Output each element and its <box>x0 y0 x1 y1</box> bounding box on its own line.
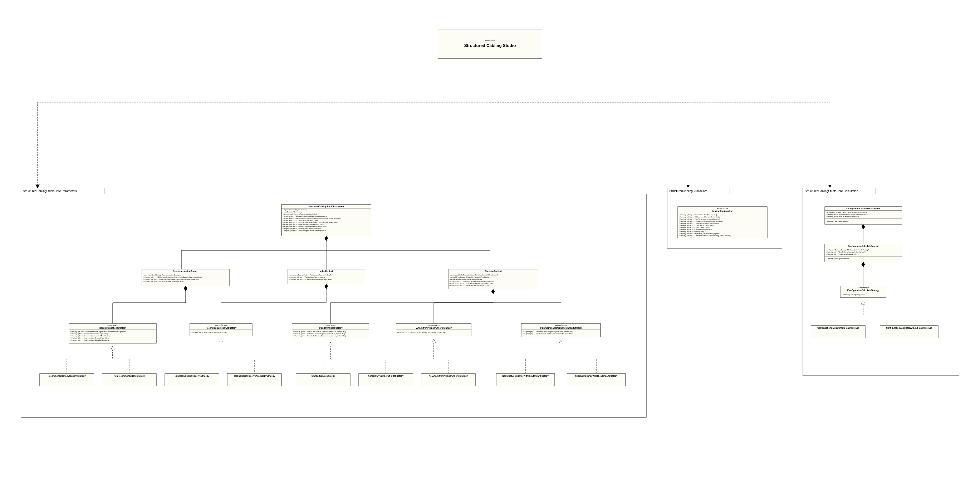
svg-text:CablingConfiguration: CablingConfiguration <box>712 210 733 212</box>
svg-text:<<Property, get;>> + MaxPerman: <<Property, get;>> + MaxPermanentLinkDia… <box>522 333 573 335</box>
uml-diagram: <<Application>> Structured Cabling Studi… <box>0 0 980 480</box>
svg-text:TechnologicalReserveAvailabili: TechnologicalReserveAvailabilityStrategy <box>234 375 275 377</box>
svg-marker-128 <box>862 224 865 230</box>
svg-text:<<Property, get; set;>> + IsAn: <<Property, get; set;>> + IsAnArbitraryN… <box>449 285 489 286</box>
leaf-l4: TechnologicalReserveAvailabilityStrategy <box>227 373 282 386</box>
svg-text:<<Interface>>: <<Interface>> <box>325 324 336 326</box>
svg-text:- recommendationContext: Recom: - recommendationContext: RecommendationC… <box>283 213 317 215</box>
svg-text:<<Property, get; init;>> + Max: <<Property, get; init;>> + MaxPermanentL… <box>679 218 720 220</box>
svg-marker-49 <box>492 289 495 294</box>
svg-text:- configurationCalculateStrate: - configurationCalculateStrategy: IConfi… <box>826 249 869 251</box>
svg-marker-101 <box>219 339 223 343</box>
svg-text:<<Interface>>: <<Interface>> <box>858 287 869 289</box>
svg-marker-104 <box>559 340 563 344</box>
leaf-c1: ConfigurationCalculateWithHankMeterage <box>811 325 865 338</box>
svg-text:<<Property, get; set;>> + IsCa: <<Property, get; set;>> + IsCableHankMet… <box>826 214 869 215</box>
svg-text:<<Property, get; set;>> + IsTe: <<Property, get; set;>> + IsTechnologica… <box>283 230 326 232</box>
svg-text:<<Property, get; set;>> + IsRe: <<Property, get; set;>> + IsRecommendati… <box>283 224 324 225</box>
svg-text:- valueContext: ValueContext;: - valueContext: ValueContext; <box>283 211 302 213</box>
svg-text:<<Interface>>: <<Interface>> <box>107 324 118 326</box>
svg-text:<<Property, get; set;>> + Tech: <<Property, get; set;>> + TechnologicalR… <box>191 332 227 333</box>
svg-text:StandartValuesStrategy: StandartValuesStrategy <box>312 375 335 377</box>
class-value-context: ValueContext - technologicalReserveStrat… <box>288 269 365 284</box>
app-title: Structured Cabling Studio <box>464 43 516 48</box>
interface-istandartvalues: <<Interface>> IStandartValuesStrategy <<… <box>292 324 369 339</box>
svg-text:<<Property, get;>> + CableSele: <<Property, get;>> + CableSelectionRecom… <box>143 276 202 278</box>
svg-text:<<Property, get;>> + Recommend: <<Property, get;>> + RecommendationIsola… <box>70 335 110 337</box>
svg-text:<<Property, get; init;>> + Rec: <<Property, get; init;>> + RecordTime: D… <box>679 214 717 216</box>
svg-text:RecommendationsAvailabilityStr: RecommendationsAvailabilityStrategy <box>48 375 86 377</box>
svg-text:- diapasonContext: DiapasonCon: - diapasonContext: DiapasonContext; <box>283 209 307 211</box>
pkg-core-label: StructuredCablingStudioCore <box>669 189 707 193</box>
interface-icalc: <<Interface>> IConfigurationCalculateStr… <box>840 286 886 297</box>
svg-marker-4 <box>828 185 832 188</box>
svg-text:<<Property, get;>> + Recommend: <<Property, get;>> + RecommendationShiel… <box>70 337 109 339</box>
class-diapason-context: DiapasonContext - complianceWithTheStand… <box>448 269 538 289</box>
svg-text:<<Property, set;>> + IsCableHa: <<Property, set;>> + IsCableHankMeterage… <box>826 251 865 253</box>
svg-text:AnArbitraryNumberOfPortsStrate: AnArbitraryNumberOfPortsStrategy <box>368 375 404 377</box>
leaf-l3: NonTechnologicalReserveStrategy <box>165 373 219 386</box>
svg-text:IAnArbitraryNumberOfPortsStrat: IAnArbitraryNumberOfPortsStrategy <box>416 327 452 329</box>
svg-text:IRecommendationsStrategy: IRecommendationsStrategy <box>99 327 127 329</box>
leaf-l2: NonRecommendationsStrategy <box>102 373 156 386</box>
class-recommendation-context: RecommendationContext - recommendationsS… <box>142 269 229 286</box>
svg-marker-137 <box>862 262 865 267</box>
svg-text:<<Property, get; set;>> + Tech: <<Property, get; set;>> + TechnologicalR… <box>289 276 325 278</box>
leaf-c2: ConfigurationCalculatorWithoutHankMetera… <box>880 325 938 338</box>
svg-text:IStrictComplianceWithTheStanda: IStrictComplianceWithTheStandartStrategy <box>539 327 582 329</box>
svg-text:+ Calculate(): CablingConfigur: + Calculate(): CablingConfiguration <box>826 220 848 222</box>
svg-text:+ Calculate (): CablingConfigu: + Calculate (): CablingConfiguration <box>826 258 849 260</box>
svg-text:<<Record>>: <<Record>> <box>717 207 728 209</box>
svg-text:<<Property, get; init;>> + Ave: <<Property, get; init;>> + AveragePerman… <box>679 220 723 222</box>
svg-text:<<Property, get;>> + Technolog: <<Property, get;>> + TechnologicalReserv… <box>293 335 346 337</box>
svg-text:<<Property, get;>> + Diapasons: <<Property, get;>> + Diapasons: Structur… <box>449 281 494 282</box>
svg-text:<<Property, get; set;>> + IsSt: <<Property, get; set;>> + IsStrictCompli… <box>449 282 494 284</box>
svg-marker-48 <box>325 284 328 289</box>
svg-marker-2 <box>36 185 39 188</box>
svg-text:IConfigurationCalculateStrateg: IConfigurationCalculateStrategy <box>847 289 879 292</box>
svg-text:<<Property, get; set;>> + Tech: <<Property, get; set;>> + TechnologicalR… <box>283 220 319 221</box>
leaf-l6: AnArbitraryNumberOfPortsStrategy <box>359 373 413 386</box>
svg-text:<<Property, get; set;>> + IsSt: <<Property, get; set;>> + IsStrictCompli… <box>283 226 327 228</box>
svg-text:NonTechnologicalReserveStrateg: NonTechnologicalReserveStrategy <box>175 375 209 377</box>
svg-text:<<Property, get; set;>> + IsAn: <<Property, get; set;>> + IsAnArbitraryN… <box>283 228 322 230</box>
svg-text:- numberOfPortsStrategy: IAnAr: - numberOfPortsStrategy: IAnArbitraryNum… <box>449 276 491 278</box>
interface-irecommendations: <<Interface>> IRecommendationsStrategy <… <box>69 324 156 343</box>
interface-istrict: <<Interface>> IStrictComplianceWithTheSt… <box>521 324 600 337</box>
leaf-l5: StandartValuesStrategy <box>296 373 350 386</box>
svg-text:<<Interface>>: <<Interface>> <box>215 324 227 326</box>
interface-itechnological: <<Interface>> ITechnologicalReserveStrat… <box>190 324 252 336</box>
leaf-l1: RecommendationsAvailabilityStrategy <box>40 373 94 386</box>
svg-text:<<Property, get;>> + Diapasons: <<Property, get;>> + Diapasons: Structur… <box>283 215 327 217</box>
svg-text:NotAnArbitraryNumberOfPortsStr: NotAnArbitraryNumberOfPortsStrategy <box>429 375 468 377</box>
svg-text:ConfigurationCalculatorWithout: ConfigurationCalculatorWithoutHankMetera… <box>886 327 932 329</box>
svg-text:- standartValuesStrategy: ISta: - standartValuesStrategy: IStandartValue… <box>449 278 483 280</box>
svg-text:<<Property, get; init;>> + Num: <<Property, get; init;>> + NumberOfWorkp… <box>679 222 719 224</box>
svg-text:RecommendationContext: RecommendationContext <box>173 270 198 272</box>
svg-text:<<Property, get; init;>> + Rec: <<Property, get; init;>> + Recommendatio… <box>679 235 732 237</box>
svg-text:- technologicalReserveStrategy: - technologicalReserveStrategy: ITechnol… <box>289 274 331 276</box>
svg-text:NonRecommendationsStrategy: NonRecommendationsStrategy <box>114 375 145 377</box>
svg-marker-100 <box>110 346 115 350</box>
class-calc-context: ConfigurationCalculateContext - configur… <box>825 244 902 262</box>
class-calc-params: ConfigurationCalculateParameters - confi… <box>825 207 902 224</box>
svg-text:<<Interface>>: <<Interface>> <box>428 324 439 326</box>
svg-text:NonStrictComplianceWithTheStan: NonStrictComplianceWithTheStandartStrate… <box>502 375 549 377</box>
leaf-l8: NonStrictComplianceWithTheStandartStrate… <box>496 373 555 386</box>
svg-text:<<Property, get;>> + CableHank: <<Property, get;>> + CableHankMeterageDi… <box>293 333 345 335</box>
svg-text:<<Property, get;>> + Recommend: <<Property, get;>> + RecommendationIsola… <box>70 333 108 335</box>
svg-text:<<Property, get;>> + NumberOfW: <<Property, get;>> + NumberOfWorkplacesD… <box>293 331 346 333</box>
application-node: <<Application>> Structured Cabling Studi… <box>438 29 542 59</box>
leaf-l9: StrictComplianceWithTheStandartStrategy <box>567 373 625 386</box>
svg-text:<<Property, get; init;>> + Tot: <<Property, get; init;>> + TotalCableQua… <box>679 233 720 234</box>
svg-text:- complianceWithTheStandartStr: - complianceWithTheStandartStrategy: ISt… <box>449 274 498 276</box>
scsparams-title: StructuredCablingStudioParameters <box>309 205 344 208</box>
svg-text:<<Property, get;>> + Recommend: <<Property, get;>> + RecommendationCable… <box>70 339 109 341</box>
svg-text:<<Property, get;>> + CableSele: <<Property, get;>> + CableSelectionRecom… <box>283 217 342 219</box>
svg-text:<<Property, get;>> + MinPerman: <<Property, get;>> + MinPermanentLinkDia… <box>522 331 573 333</box>
svg-text:<<Property, get; init;>> + Han: <<Property, get; init;>> + HankQuantity:… <box>679 231 708 233</box>
svg-marker-3 <box>686 185 690 188</box>
svg-text:<<Property, get; set;>> + Reco: <<Property, get; set;>> + Recommendation… <box>143 278 199 280</box>
svg-text:<<Property, get; init;>> + Num: <<Property, get; init;>> + NumberOfPorts… <box>679 225 715 226</box>
pkg-calc-label: StructuredCablingStudioCore.Calculation <box>805 189 858 193</box>
